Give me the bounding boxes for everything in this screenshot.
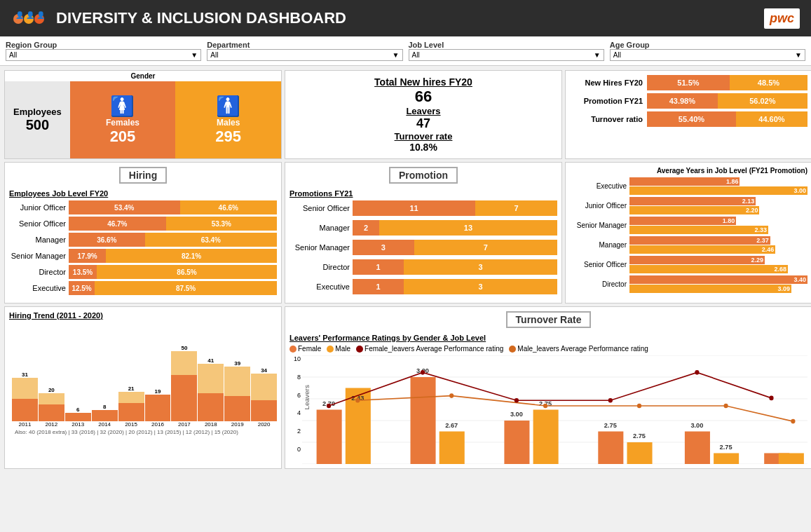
avg-bars-senior-officer: 2.29 2.68 <box>629 256 807 273</box>
avg-bar-sm-light: 2.33 <box>629 226 807 234</box>
promo-f-manager: 2 <box>353 220 379 236</box>
svg-point-26 <box>695 370 699 375</box>
bar-container-newhires: 51.5% 48.5% <box>647 75 807 90</box>
trend-outer-2018 <box>198 364 224 421</box>
job-bar-f-senior-manager: 17.9% <box>69 249 106 263</box>
to-bar-m-f <box>504 421 529 464</box>
to-y-axis-label: Leavers <box>304 385 311 410</box>
female-icon: 🚺 <box>110 95 135 118</box>
avg-val-sm-light: 2.33 <box>629 226 768 234</box>
filter-region-select[interactable]: All▼ <box>6 49 201 61</box>
avg-row-executive: Executive 1.86 3.00 <box>570 177 807 195</box>
trend-year-2015: 2015 <box>125 421 137 428</box>
trend-num-2013: 6 <box>76 407 79 413</box>
gender-bar-newhires: New Hires FY20 51.5% 48.5% <box>570 75 807 90</box>
bar-label-newhires: New Hires FY20 <box>570 79 647 87</box>
filters-bar: Region Group All▼ Department All▼ Job Le… <box>0 36 811 66</box>
job-bar-f-director: 13.5% <box>69 265 97 279</box>
avg-val-exec-dark: 1.86 <box>629 177 740 186</box>
trend-year-2020: 2020 <box>258 421 271 428</box>
filter-agegroup: Age Group All▼ <box>610 41 805 61</box>
job-bar-f-executive: 12.5% <box>69 281 95 295</box>
promo-m-senior-officer: 7 <box>475 200 557 216</box>
turnover-chart-title: Leavers' Performance Ratings by Gender &… <box>289 334 807 342</box>
turnover-chart-area: 10 8 6 4 2 0 2.70 <box>289 355 807 464</box>
avg-bars-senior-manager: 1.80 2.33 <box>629 217 807 234</box>
trend-year-2013: 2013 <box>71 421 84 428</box>
avg-val-so-light: 2.68 <box>629 265 788 273</box>
promo-m-director: 3 <box>404 259 557 275</box>
trend-outer-2013 <box>65 413 91 421</box>
avg-bars-junior-officer: 2.13 2.20 <box>629 197 807 214</box>
hiring-section: Hiring Employees Job Level FY20 Junior O… <box>4 162 282 303</box>
to-bar-d-f <box>685 432 710 465</box>
filter-joblevel-select[interactable]: All▼ <box>409 49 604 61</box>
filter-joblevel-label: Job Level <box>409 41 604 49</box>
trend-num-2020: 34 <box>261 367 267 374</box>
avg-bar-jo-light: 2.20 <box>629 206 807 214</box>
trend-bar-2019: 39 2019 <box>224 360 250 428</box>
promotion-section: Promotion Promotions FY21 Senior Officer… <box>285 162 562 303</box>
filter-department-select[interactable]: All▼ <box>207 49 402 61</box>
bar-male-promotion: 56.02% <box>718 93 807 109</box>
trend-outer-2015 <box>118 392 144 421</box>
avg-val-d-light: 3.09 <box>629 285 791 293</box>
to-bar-so-f <box>411 377 436 464</box>
gender-bars-section: New Hires FY20 51.5% 48.5% Promotion FY2… <box>565 70 811 159</box>
turnover-section: Turnover Rate Leavers' Performance Ratin… <box>285 306 811 469</box>
avg-row-junior-officer: Junior Officer 2.13 2.20 <box>570 197 807 214</box>
trend-outer-2016 <box>145 395 171 421</box>
trend-inner-2015 <box>118 403 144 421</box>
avg-row-director: Director 3.40 3.09 <box>570 275 807 293</box>
hiring-title-wrapper: Hiring <box>9 167 277 186</box>
bar-container-promotion: 43.98% 56.02% <box>647 93 807 109</box>
trend-bar-2015: 21 2015 <box>118 386 144 428</box>
trend-num-2016: 19 <box>155 388 161 395</box>
legend-m-avg: Male_leavers Average Performance rating <box>509 345 648 353</box>
filter-department: Department All▼ <box>207 41 402 61</box>
svg-text:3.00: 3.00 <box>690 421 703 429</box>
legend-label-f-avg: Female_leavers Average Performance ratin… <box>364 345 503 353</box>
avg-val-m-light: 2.46 <box>629 245 775 254</box>
trend-year-2014: 2014 <box>98 421 111 428</box>
promotions-subsection-title: Promotions FY21 <box>289 189 557 198</box>
trend-num-2014: 8 <box>103 404 106 410</box>
bar-female-turnover: 55.40% <box>647 111 736 127</box>
trend-outer-2020 <box>251 374 277 421</box>
svg-text:2.75: 2.75 <box>720 443 733 451</box>
male-gender: 🚹 Males 295 <box>175 81 281 158</box>
avg-row-senior-manager: Senior Manager 1.80 2.33 <box>570 217 807 234</box>
filter-agegroup-select[interactable]: All▼ <box>610 49 805 61</box>
job-label-manager: Manager <box>9 236 69 244</box>
promo-bar-senior-manager: Senior Manager 3 7 <box>289 240 557 255</box>
turnover-rate: 10.8% <box>409 142 437 153</box>
job-bar-manager: Manager 36.6% 63.4% <box>9 233 277 247</box>
avg-val-m-dark: 2.37 <box>629 236 770 245</box>
promo-m-senior-manager: 7 <box>414 240 557 255</box>
avg-val-d-dark: 3.40 <box>629 275 807 284</box>
trend-inner-2012 <box>39 404 64 421</box>
avg-bar-d-dark: 3.40 <box>629 275 807 284</box>
bar-female-promotion: 43.98% <box>647 93 718 109</box>
avg-bar-m-light: 2.46 <box>629 245 807 254</box>
filter-region: Region Group All▼ <box>6 41 201 61</box>
avg-bar-exec-light: 3.00 <box>629 186 807 195</box>
legend-dot-m-avg <box>509 346 516 353</box>
legend-f-avg: Female_leavers Average Performance ratin… <box>356 345 503 353</box>
turnover-legend: Female Male Female_leavers Average Perfo… <box>289 345 807 353</box>
trend-num-2011: 31 <box>22 371 28 378</box>
svg-text:2.75: 2.75 <box>604 421 618 429</box>
avg-val-so-dark: 2.29 <box>629 256 765 264</box>
job-bar-senior-manager: Senior Manager 17.9% 82.1% <box>9 249 277 263</box>
job-label-senior-officer: Senior Officer <box>9 219 69 228</box>
promo-container-director: 1 3 <box>353 259 557 275</box>
job-label-junior: Junior Officer <box>9 203 69 212</box>
female-label: Females <box>106 118 139 128</box>
job-container-director: 13.5% 86.5% <box>69 265 277 279</box>
trend-bar-2016: 19 2016 <box>145 388 171 428</box>
hiring-trend-chart: 31 2011 20 2012 6 2013 <box>9 322 277 428</box>
bar-female-newhires: 51.5% <box>647 75 730 90</box>
trend-year-2012: 2012 <box>45 421 57 428</box>
trend-inner-2020 <box>251 400 277 421</box>
job-bar-f-senior-officer: 46.7% <box>69 217 166 231</box>
